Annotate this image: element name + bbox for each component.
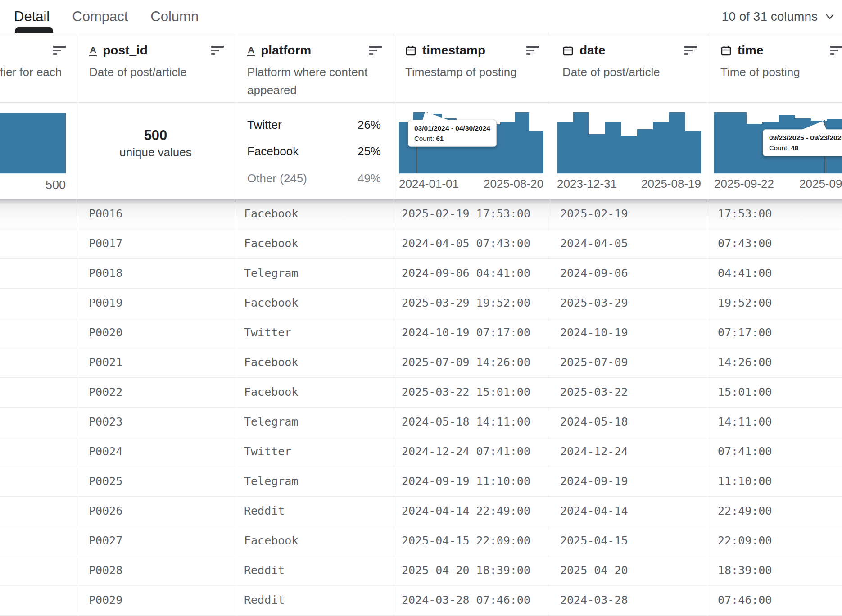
cell-platform[interactable]: Facebook <box>235 526 393 556</box>
cell-date[interactable]: 2025-02-19 <box>550 199 708 229</box>
cell-post-id[interactable]: P0021 <box>77 348 235 377</box>
cell-platform[interactable]: Facebook <box>235 229 393 258</box>
table-row[interactable]: P0022 Facebook 2025-03-22 15:01:00 2025-… <box>0 378 842 408</box>
cell-time[interactable]: 11:10:00 <box>708 467 842 496</box>
cell-time[interactable]: 15:01:00 <box>708 378 842 407</box>
cell-time[interactable]: 07:17:00 <box>708 318 842 348</box>
cell-platform[interactable]: Telegram <box>235 259 393 288</box>
table-row[interactable]: P0019 Facebook 2025-03-29 19:52:00 2025-… <box>0 289 842 318</box>
category-row[interactable]: Twitter 26% <box>247 118 381 131</box>
cell-cropped[interactable] <box>0 497 77 526</box>
cell-platform[interactable]: Reddit <box>235 586 393 615</box>
sort-icon[interactable] <box>684 44 697 57</box>
cell-cropped[interactable] <box>0 348 77 377</box>
cell-timestamp[interactable]: 2024-09-19 11:10:00 <box>393 467 550 496</box>
cell-date[interactable]: 2024-03-28 <box>550 586 708 615</box>
cell-time[interactable]: 14:11:00 <box>708 408 842 437</box>
table-row[interactable]: P0026 Reddit 2024-04-14 22:49:00 2024-04… <box>0 497 842 526</box>
table-row[interactable]: P0018 Telegram 2024-09-06 04:41:00 2024-… <box>0 259 842 289</box>
cell-platform[interactable]: Telegram <box>235 467 393 496</box>
cell-post-id[interactable]: P0017 <box>77 229 235 258</box>
cell-platform[interactable]: Reddit <box>235 497 393 526</box>
cell-time[interactable]: 07:46:00 <box>708 586 842 615</box>
cell-platform[interactable]: Facebook <box>235 289 393 318</box>
cell-date[interactable]: 2025-03-22 <box>550 378 708 407</box>
cell-cropped[interactable] <box>0 259 77 288</box>
cell-timestamp[interactable]: 2025-02-19 17:53:00 <box>393 199 550 229</box>
table-row[interactable]: P0027 Facebook 2025-04-15 22:09:00 2025-… <box>0 526 842 556</box>
cell-timestamp[interactable]: 2025-03-22 15:01:00 <box>393 378 550 407</box>
cell-post-id[interactable]: P0016 <box>77 199 235 229</box>
table-row[interactable]: P0024 Twitter 2024-12-24 07:41:00 2024-1… <box>0 437 842 467</box>
cell-platform[interactable]: Telegram <box>235 408 393 437</box>
tab-compact[interactable]: Compact <box>72 9 128 25</box>
cell-platform[interactable]: Twitter <box>235 318 393 348</box>
table-row[interactable]: P0016 Facebook 2025-02-19 17:53:00 2025-… <box>0 199 842 229</box>
cell-date[interactable]: 2024-04-14 <box>550 497 708 526</box>
cell-post-id[interactable]: P0024 <box>77 437 235 467</box>
cell-date[interactable]: 2024-05-18 <box>550 408 708 437</box>
table-row[interactable]: P0025 Telegram 2024-09-19 11:10:00 2024-… <box>0 467 842 497</box>
table-row[interactable]: P0020 Twitter 2024-10-19 07:17:00 2024-1… <box>0 318 842 348</box>
cell-post-id[interactable]: P0023 <box>77 408 235 437</box>
cell-post-id[interactable]: P0025 <box>77 467 235 496</box>
cell-timestamp[interactable]: 2024-09-06 04:41:00 <box>393 259 550 288</box>
columns-selector-button[interactable]: 10 of 31 columns <box>722 0 836 33</box>
cell-platform[interactable]: Facebook <box>235 378 393 407</box>
cell-post-id[interactable]: P0026 <box>77 497 235 526</box>
table-row[interactable]: P0028 Reddit 2025-04-20 18:39:00 2025-04… <box>0 556 842 586</box>
cell-date[interactable]: 2024-12-24 <box>550 437 708 467</box>
cell-platform[interactable]: Facebook <box>235 199 393 229</box>
date-histogram[interactable] <box>557 112 701 174</box>
cell-post-id[interactable]: P0027 <box>77 526 235 556</box>
histogram-bar[interactable] <box>0 113 66 174</box>
cell-post-id[interactable]: P0029 <box>77 586 235 615</box>
cell-time[interactable]: 07:41:00 <box>708 437 842 467</box>
sort-icon[interactable] <box>211 44 224 57</box>
cell-cropped[interactable] <box>0 526 77 556</box>
cell-time[interactable]: 22:49:00 <box>708 497 842 526</box>
cell-timestamp[interactable]: 2024-04-05 07:43:00 <box>393 229 550 258</box>
sort-icon[interactable] <box>369 44 382 57</box>
cell-timestamp[interactable]: 2025-04-20 18:39:00 <box>393 556 550 585</box>
cell-post-id[interactable]: P0020 <box>77 318 235 348</box>
cell-timestamp[interactable]: 2024-10-19 07:17:00 <box>393 318 550 348</box>
cell-timestamp[interactable]: 2025-07-09 14:26:00 <box>393 348 550 377</box>
cell-cropped[interactable] <box>0 378 77 407</box>
cell-cropped[interactable] <box>0 229 77 258</box>
tab-column[interactable]: Column <box>150 9 199 25</box>
cell-time[interactable]: 19:52:00 <box>708 289 842 318</box>
table-row[interactable]: P0017 Facebook 2024-04-05 07:43:00 2024-… <box>0 229 842 259</box>
cell-timestamp[interactable]: 2025-04-15 22:09:00 <box>393 526 550 556</box>
cell-timestamp[interactable]: 2024-05-18 14:11:00 <box>393 408 550 437</box>
cell-time[interactable]: 14:26:00 <box>708 348 842 377</box>
cell-date[interactable]: 2025-04-20 <box>550 556 708 585</box>
cell-time[interactable]: 18:39:00 <box>708 556 842 585</box>
cell-post-id[interactable]: P0018 <box>77 259 235 288</box>
cell-time[interactable]: 17:53:00 <box>708 199 842 229</box>
cell-date[interactable]: 2025-03-29 <box>550 289 708 318</box>
cell-post-id[interactable]: P0022 <box>77 378 235 407</box>
cell-date[interactable]: 2024-09-19 <box>550 467 708 496</box>
cell-time[interactable]: 07:43:00 <box>708 229 842 258</box>
cell-cropped[interactable] <box>0 199 77 229</box>
cell-post-id[interactable]: P0019 <box>77 289 235 318</box>
sort-icon[interactable] <box>53 44 66 57</box>
cell-post-id[interactable]: P0028 <box>77 556 235 585</box>
sort-icon[interactable] <box>830 44 842 57</box>
cell-cropped[interactable] <box>0 289 77 318</box>
cell-platform[interactable]: Reddit <box>235 556 393 585</box>
cell-cropped[interactable] <box>0 586 77 615</box>
cell-cropped[interactable] <box>0 437 77 467</box>
category-row-other[interactable]: Other (245) 49% <box>247 172 381 185</box>
cell-date[interactable]: 2025-04-15 <box>550 526 708 556</box>
cell-date[interactable]: 2025-07-09 <box>550 348 708 377</box>
cell-date[interactable]: 2024-09-06 <box>550 259 708 288</box>
table-row[interactable]: P0021 Facebook 2025-07-09 14:26:00 2025-… <box>0 348 842 378</box>
cell-platform[interactable]: Twitter <box>235 437 393 467</box>
cell-date[interactable]: 2024-10-19 <box>550 318 708 348</box>
cell-cropped[interactable] <box>0 467 77 496</box>
cell-timestamp[interactable]: 2024-04-14 22:49:00 <box>393 497 550 526</box>
table-row[interactable]: P0023 Telegram 2024-05-18 14:11:00 2024-… <box>0 408 842 437</box>
cell-time[interactable]: 04:41:00 <box>708 259 842 288</box>
